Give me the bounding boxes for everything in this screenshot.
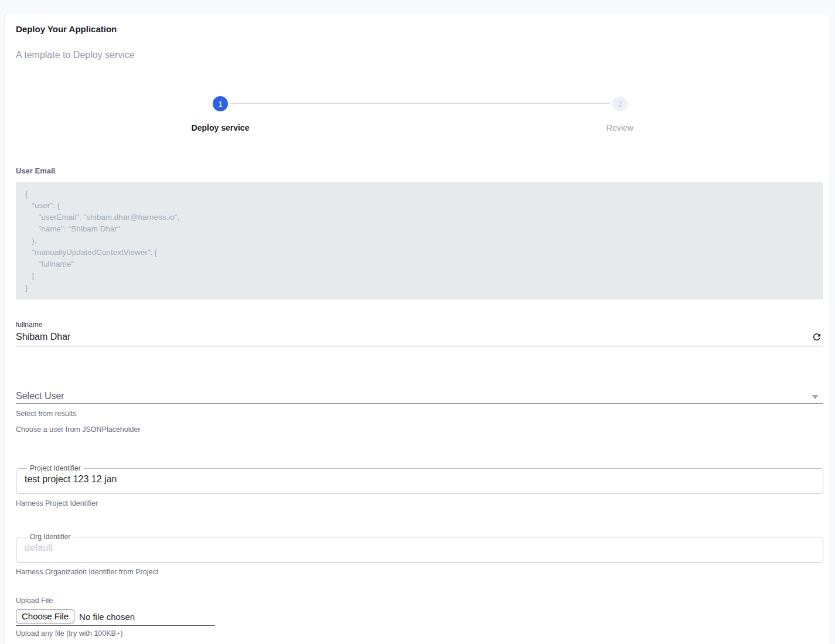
fullname-field-group: fullname [16, 321, 823, 346]
user-email-label: User Email [16, 166, 823, 176]
upload-file-label: Upload File [16, 597, 823, 605]
select-user-dropdown[interactable]: Select User [16, 390, 823, 404]
step-2-circle[interactable]: 2 [612, 96, 628, 111]
fullname-label: fullname [16, 321, 823, 329]
org-identifier-label: Org Identifier [27, 533, 73, 541]
fullname-input[interactable] [16, 331, 806, 343]
page-title: Deploy Your Application [16, 24, 823, 35]
step-1-circle[interactable]: 1 [213, 96, 228, 111]
org-identifier-field: Org Identifier [16, 533, 823, 563]
project-identifier-helper: Harness Project Identifier [16, 499, 823, 507]
step-2-label: Review [606, 122, 633, 134]
page-subtitle: A template to Deploy service [16, 49, 823, 61]
org-identifier-input[interactable] [23, 541, 816, 557]
chevron-down-icon [812, 395, 819, 399]
user-email-json: { "user": { "userEmail": "shibam.dhar@ha… [25, 188, 814, 294]
user-email-code-viewer: { "user": { "userEmail": "shibam.dhar@ha… [16, 182, 823, 299]
refresh-icon[interactable] [812, 332, 822, 342]
step-1-label: Deploy service [192, 122, 250, 134]
select-user-description: Choose a user from JSONPlaceholder [16, 425, 823, 434]
form-card: Deploy Your Application A template to De… [5, 13, 830, 644]
select-user-helper: Select from results [16, 410, 823, 418]
project-identifier-label: Project Identifier [27, 465, 84, 472]
file-input: Choose File No file chosen [16, 609, 215, 626]
choose-file-button[interactable]: Choose File [16, 609, 74, 623]
upload-file-helper: Upload any file (try with 100KB+) [16, 629, 823, 638]
stepper: 1 2 Deploy service Review [16, 96, 823, 134]
file-chosen-status: No file chosen [79, 612, 135, 622]
select-user-value: Select User [16, 390, 823, 402]
stepper-connector [230, 103, 610, 104]
project-identifier-input[interactable] [23, 472, 816, 489]
org-identifier-helper: Harness Organization Identifier from Pro… [16, 568, 823, 576]
project-identifier-field: Project Identifier [16, 465, 823, 494]
